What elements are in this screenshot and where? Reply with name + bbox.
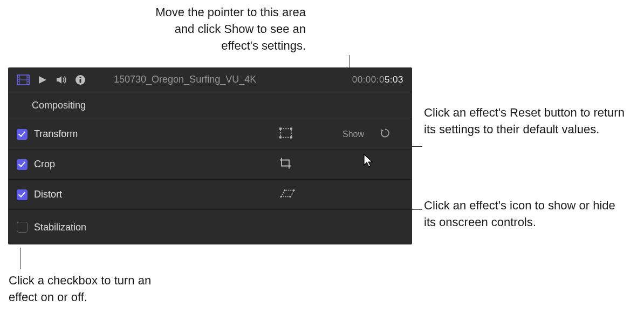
section-label: Compositing [32,100,86,111]
video-tab-icon[interactable] [17,74,30,85]
effect-label: Transform [34,128,78,140]
svg-point-11 [79,76,81,78]
effect-row-transform[interactable]: Transform Show [8,119,412,149]
audio-tab-icon[interactable] [56,74,67,85]
svg-point-18 [280,195,282,197]
effect-label: Distort [34,189,62,200]
checkbox-stabilization[interactable] [17,222,28,233]
svg-point-21 [289,195,291,197]
annotation-checkbox: Click a checkbox to turn an effect on or… [9,273,170,306]
svg-point-19 [284,189,285,190]
effect-row-distort[interactable]: Distort [8,180,412,210]
clip-name: 150730_Oregon_Surfing_VU_4K [114,74,345,85]
checkbox-transform[interactable] [17,129,28,140]
info-tab-icon[interactable] [75,74,86,85]
timecode: 00:00:05:03 [352,74,403,85]
show-button[interactable]: Show [342,130,364,139]
effect-row-stabilization[interactable]: Stabilization [8,210,412,244]
effect-label: Stabilization [34,222,86,233]
distort-tool-icon[interactable] [279,188,295,201]
annotation-icon: Click an effect's icon to show or hide i… [424,198,629,231]
section-compositing[interactable]: Compositing [8,92,412,119]
transform-tool-icon[interactable] [279,127,293,141]
annotation-show: Move the pointer to this area and click … [152,4,306,54]
effect-label: Crop [34,159,55,170]
svg-rect-17 [290,136,292,138]
crop-tool-icon[interactable] [279,156,293,172]
svg-rect-13 [280,128,291,137]
inspector-header: 150730_Oregon_Surfing_VU_4K 00:00:05:03 [8,67,412,92]
color-tab-icon[interactable] [37,74,48,85]
svg-point-20 [293,189,294,190]
video-inspector-panel: 150730_Oregon_Surfing_VU_4K 00:00:05:03 … [8,67,412,244]
checkbox-distort[interactable] [17,189,28,200]
reset-button[interactable] [379,127,391,141]
svg-rect-15 [290,127,292,130]
leader-line [20,248,20,269]
checkbox-crop[interactable] [17,159,28,170]
svg-rect-12 [80,79,81,83]
svg-rect-14 [279,127,282,130]
effect-row-crop[interactable]: Crop [8,149,412,180]
annotation-reset: Click an effect's Reset button to return… [424,105,629,138]
svg-rect-16 [279,136,282,138]
